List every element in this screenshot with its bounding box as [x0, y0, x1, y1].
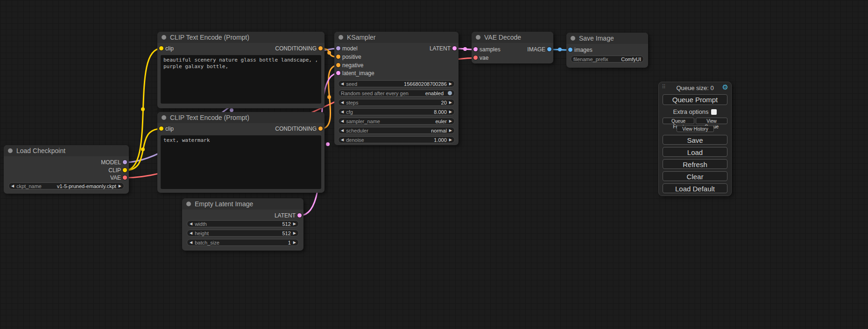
increment-arrow-icon[interactable]: ▶ [449, 81, 452, 87]
input-port-samples[interactable] [473, 47, 478, 51]
node-title-bar[interactable]: Save Image [566, 33, 648, 44]
load-default-button[interactable]: Load Default [663, 183, 727, 193]
denoise-widget[interactable]: ◀ denoise 1.000 ▶ [338, 136, 455, 143]
batch-size-widget[interactable]: ◀ batch_size 1 ▶ [187, 239, 299, 246]
input-port-latent-image[interactable] [336, 71, 340, 75]
output-port-conditioning[interactable] [318, 46, 323, 50]
collapse-dot-icon[interactable] [162, 35, 166, 40]
seed-widget[interactable]: ◀ seed 156680208700286 ▶ [338, 80, 455, 87]
link-dot [558, 48, 562, 51]
height-widget[interactable]: ◀ height 512 ▶ [187, 230, 299, 237]
input-label-negative: negative [342, 62, 363, 69]
collapse-dot-icon[interactable] [162, 115, 166, 120]
node-vae-decode[interactable]: VAE Decode samples vae IMAGE [472, 32, 553, 63]
output-port-latent[interactable] [297, 213, 302, 217]
load-button[interactable]: Load [663, 147, 727, 157]
node-title-bar[interactable]: CLIP Text Encode (Prompt) [157, 112, 325, 123]
settings-gear-icon[interactable]: ⚙ [722, 83, 728, 91]
decrement-arrow-icon[interactable]: ◀ [341, 99, 344, 105]
output-port-latent[interactable] [452, 46, 457, 50]
node-ksampler[interactable]: KSampler model positive negative latent_… [334, 32, 459, 145]
toggle-dot-icon[interactable] [448, 91, 452, 95]
next-arrow-icon[interactable]: ▶ [449, 118, 452, 124]
extra-options-checkbox[interactable] [711, 109, 717, 115]
view-history-button[interactable]: View History [677, 126, 714, 132]
random-seed-toggle-widget[interactable]: Random seed after every gen enabled [338, 90, 455, 97]
node-empty-latent-image[interactable]: Empty Latent Image LATENT ◀ width 512 ▶ … [182, 198, 303, 251]
save-button[interactable]: Save [663, 135, 727, 145]
widget-label: scheduler [346, 128, 368, 133]
input-port-images[interactable] [568, 48, 572, 52]
output-port-image[interactable] [547, 47, 551, 51]
input-port-clip[interactable] [159, 46, 163, 50]
output-label-vae: VAE [110, 175, 121, 181]
prev-arrow-icon[interactable]: ◀ [341, 127, 344, 133]
input-port-clip[interactable] [159, 126, 163, 131]
collapse-dot-icon[interactable] [571, 36, 575, 41]
scheduler-widget[interactable]: ◀ scheduler normal ▶ [338, 127, 455, 134]
decrement-arrow-icon[interactable]: ◀ [190, 239, 192, 245]
queue-prompt-button[interactable]: Queue Prompt [663, 94, 727, 105]
collapse-dot-icon[interactable] [186, 202, 191, 206]
node-clip-text-encode-negative[interactable]: CLIP Text Encode (Prompt) clip CONDITION… [157, 112, 325, 193]
node-title-bar[interactable]: CLIP Text Encode (Prompt) [157, 32, 325, 43]
widget-label: Random seed after every gen [341, 91, 409, 96]
increment-arrow-icon[interactable]: ▶ [449, 99, 452, 105]
queue-front-button[interactable]: Queue Front [663, 118, 694, 124]
prev-arrow-icon[interactable]: ◀ [11, 183, 14, 189]
output-port-clip[interactable] [123, 168, 127, 172]
collapse-dot-icon[interactable] [339, 35, 343, 40]
node-title-bar[interactable]: Load Checkpoint [4, 145, 129, 156]
node-save-image[interactable]: Save Image images filename_prefix ComfyU… [566, 33, 648, 68]
widget-value: v1-5-pruned-emaonly.ckpt [57, 183, 116, 189]
input-label-vae: vae [480, 55, 488, 61]
node-title: Load Checkpoint [16, 147, 65, 154]
input-port-vae[interactable] [473, 56, 478, 60]
widget-label: ckpt_name [16, 183, 42, 189]
widget-value: 8.000 [434, 109, 447, 115]
node-title-bar[interactable]: Empty Latent Image [182, 198, 303, 210]
next-arrow-icon[interactable]: ▶ [449, 127, 452, 133]
decrement-arrow-icon[interactable]: ◀ [341, 109, 344, 115]
link-dot [141, 107, 145, 111]
ckpt-name-widget[interactable]: ◀ ckpt_name v1-5-pruned-emaonly.ckpt ▶ [8, 182, 124, 189]
node-graph-canvas[interactable]: Load Checkpoint MODEL CLIP VAE ◀ ckpt_na… [0, 0, 868, 329]
filename-prefix-widget[interactable]: filename_prefix ComfyUI [571, 56, 644, 63]
node-load-checkpoint[interactable]: Load Checkpoint MODEL CLIP VAE ◀ ckpt_na… [4, 145, 129, 194]
next-arrow-icon[interactable]: ▶ [119, 183, 121, 189]
input-port-positive[interactable] [336, 55, 340, 59]
decrement-arrow-icon[interactable]: ◀ [341, 81, 344, 87]
prompt-textarea[interactable]: beautiful scenery nature glass bottle la… [161, 55, 321, 104]
widget-value: 1 [288, 240, 291, 245]
output-port-conditioning[interactable] [318, 126, 323, 131]
decrement-arrow-icon[interactable]: ◀ [341, 137, 344, 143]
width-widget[interactable]: ◀ width 512 ▶ [187, 220, 299, 227]
input-port-negative[interactable] [336, 63, 340, 67]
cfg-widget[interactable]: ◀ cfg 8.000 ▶ [338, 108, 455, 115]
node-title-bar[interactable]: VAE Decode [472, 32, 553, 43]
collapse-dot-icon[interactable] [476, 35, 480, 40]
clear-button[interactable]: Clear [663, 171, 727, 181]
increment-arrow-icon[interactable]: ▶ [449, 137, 452, 143]
refresh-button[interactable]: Refresh [663, 159, 727, 169]
view-queue-button[interactable]: View Queue [696, 118, 727, 124]
increment-arrow-icon[interactable]: ▶ [293, 239, 296, 245]
increment-arrow-icon[interactable]: ▶ [293, 230, 296, 236]
prompt-textarea[interactable]: text, watermark [161, 135, 321, 189]
increment-arrow-icon[interactable]: ▶ [449, 109, 452, 115]
input-port-model[interactable] [336, 46, 340, 50]
input-label-clip: clip [165, 45, 174, 52]
prev-arrow-icon[interactable]: ◀ [341, 118, 344, 124]
output-port-vae[interactable] [123, 175, 127, 180]
decrement-arrow-icon[interactable]: ◀ [190, 230, 192, 236]
decrement-arrow-icon[interactable]: ◀ [190, 221, 192, 227]
widget-label: seed [346, 81, 357, 87]
sampler-name-widget[interactable]: ◀ sampler_name euler ▶ [338, 118, 455, 125]
collapse-dot-icon[interactable] [8, 148, 13, 153]
output-port-model[interactable] [123, 160, 127, 164]
increment-arrow-icon[interactable]: ▶ [293, 221, 296, 227]
steps-widget[interactable]: ◀ steps 20 ▶ [338, 99, 455, 106]
node-title-bar[interactable]: KSampler [334, 32, 459, 43]
node-clip-text-encode-positive[interactable]: CLIP Text Encode (Prompt) clip CONDITION… [157, 32, 325, 108]
link-dot [230, 108, 233, 112]
